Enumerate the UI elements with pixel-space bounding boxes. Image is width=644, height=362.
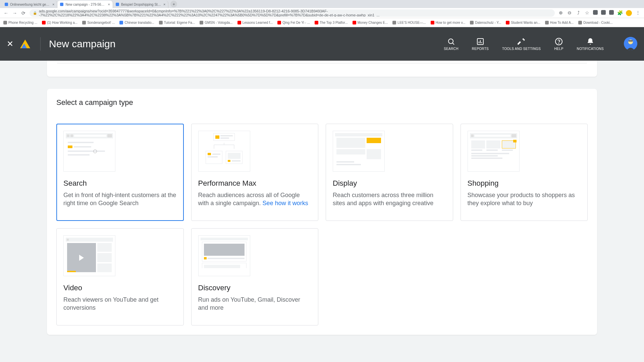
zoom-icon[interactable]: ⊖ [567, 10, 572, 16]
see-how-link[interactable]: See how it works [263, 200, 308, 206]
share-icon[interactable]: ⤴ [576, 10, 581, 16]
bookmark-icon [277, 21, 281, 24]
star-icon[interactable]: ☆ [584, 10, 590, 16]
bookmark-item[interactable]: Datenschutz - Y... [470, 21, 501, 24]
bookmark-item[interactable]: GMSN - Vologda... [200, 21, 232, 24]
bookmark-label: Lessons Learned f... [243, 21, 273, 24]
type-title: Discovery [198, 284, 312, 292]
bookmark-label: Datenschutz - Y... [475, 21, 501, 24]
illustration-video [63, 235, 115, 276]
type-video[interactable]: Video Reach viewers on YouTube and get c… [56, 228, 184, 325]
type-desc: Reach customers across three million sit… [333, 191, 446, 207]
bookmark-item[interactable]: LEE'S HOUSE—... [392, 21, 426, 24]
close-icon[interactable]: × [52, 2, 54, 6]
bookmark-label: Chinese translatio... [124, 21, 154, 24]
extension-icon[interactable] [609, 10, 614, 15]
bookmark-label: Tutorial: Eigene Fa... [164, 21, 195, 24]
profile-avatar[interactable] [624, 37, 637, 50]
bookmark-item[interactable]: How to get more v... [431, 21, 466, 24]
type-desc: Showcase your products to shoppers as th… [468, 191, 581, 207]
browser-chrome: Onlinewerbung leicht gemach × New campai… [0, 0, 644, 27]
bookmark-icon [431, 21, 434, 24]
translate-icon[interactable]: ⊕ [558, 10, 564, 16]
bookmark-label: How to get more v... [436, 21, 466, 24]
extension-icon[interactable] [601, 10, 606, 15]
bookmark-item[interactable]: Chinese translatio... [119, 21, 154, 24]
type-performance-max[interactable]: Performance Max Reach audiences across a… [191, 124, 319, 221]
reload-icon[interactable]: ⟳ [21, 10, 26, 16]
bookmark-icon [159, 21, 163, 24]
back-icon[interactable]: ← [3, 10, 9, 16]
divider [40, 37, 41, 51]
type-display[interactable]: Display Reach customers across three mil… [326, 124, 453, 221]
type-discovery[interactable]: Discovery Run ads on YouTube, Gmail, Dis… [191, 228, 319, 325]
action-label: NOTIFICATIONS [577, 47, 604, 51]
search-icon [447, 37, 455, 46]
type-title: Shopping [468, 179, 581, 188]
favicon [60, 3, 63, 6]
bookmark-item[interactable]: (1) How Working a... [42, 21, 77, 24]
search-action[interactable]: SEARCH [444, 37, 458, 51]
extension-icon[interactable] [593, 10, 598, 15]
reports-action[interactable]: REPORTS [472, 37, 489, 51]
bookmark-label: Qing Fei De Yi - ... [282, 21, 310, 24]
bookmark-icon [506, 21, 509, 24]
bookmark-icon [545, 21, 549, 24]
action-label: TOOLS AND SETTINGS [502, 47, 541, 51]
header-actions: SEARCH REPORTS TOOLS AND SETTINGS HELP N… [444, 37, 637, 51]
bookmark-item[interactable]: Sonderangebot! ... [82, 21, 115, 24]
illustration-search [63, 131, 115, 172]
bookmark-label: Money Changes E... [358, 21, 388, 24]
action-label: SEARCH [444, 47, 458, 51]
bookmark-item[interactable]: Money Changes E... [353, 21, 388, 24]
app-header: ✕ New campaign SEARCH REPORTS TOOLS AND … [0, 27, 644, 61]
bookmark-icon [200, 21, 203, 24]
type-title: Performance Max [198, 179, 312, 188]
tools-icon [518, 37, 526, 46]
bookmark-icon [315, 21, 318, 24]
forward-icon[interactable]: → [12, 10, 17, 16]
bookmark-item[interactable]: Tutorial: Eigene Fa... [159, 21, 195, 24]
notifications-action[interactable]: NOTIFICATIONS [577, 37, 604, 51]
svg-rect-4 [481, 42, 482, 43]
menu-icon[interactable]: ⋮ [635, 10, 641, 16]
url-input[interactable]: 🔒 ads.google.com/aw/campaigns/new?ocid=3… [30, 9, 555, 17]
bookmark-item[interactable]: Phone Recycling ... [3, 21, 37, 24]
close-button[interactable]: ✕ [7, 39, 20, 49]
google-ads-logo [20, 39, 30, 49]
svg-point-5 [522, 40, 524, 41]
browser-tab-active[interactable]: New campaign - 279-560-18 × [57, 1, 113, 8]
bookmark-item[interactable]: Lessons Learned f... [237, 21, 273, 24]
bookmark-icon [3, 21, 7, 24]
bookmark-label: GMSN - Vologda... [205, 21, 232, 24]
bookmark-label: The Top 3 Platfor... [320, 21, 348, 24]
profile-avatar-small[interactable] [626, 10, 632, 16]
svg-point-7 [558, 43, 559, 44]
bookmark-item[interactable]: Qing Fei De Yi - ... [277, 21, 310, 24]
close-icon[interactable]: × [108, 2, 110, 6]
favicon [116, 3, 119, 6]
new-tab-button[interactable]: + [170, 1, 177, 7]
help-action[interactable]: HELP [554, 37, 563, 51]
type-shopping[interactable]: Shopping Showcase your products to shopp… [461, 124, 588, 221]
bookmark-item[interactable]: How To Add A... [545, 21, 574, 24]
viewport[interactable]: Select a campaign type Search [0, 61, 644, 362]
browser-tab[interactable]: Beispiel Dropshipping Store × [113, 1, 168, 8]
type-search[interactable]: Search Get in front of high-intent custo… [56, 124, 184, 221]
browser-tab[interactable]: Onlinewerbung leicht gemach × [2, 1, 57, 8]
bookmark-item[interactable]: Student Wants an... [506, 21, 540, 24]
illustration-display [333, 131, 385, 172]
type-desc: Get in front of high-intent customers at… [63, 191, 177, 207]
extensions-menu-icon[interactable]: 🧩 [617, 10, 623, 16]
action-label: HELP [554, 47, 563, 51]
type-desc: Reach viewers on YouTube and get convers… [63, 296, 177, 312]
bookmark-item[interactable]: Download - Cooki... [578, 21, 612, 24]
campaign-type-card: Select a campaign type Search [47, 89, 597, 335]
bookmark-icon [42, 21, 46, 24]
bookmark-item[interactable]: The Top 3 Platfor... [315, 21, 348, 24]
tools-action[interactable]: TOOLS AND SETTINGS [502, 37, 541, 51]
url-text: ads.google.com/aw/campaigns/new?ocid=359… [39, 9, 551, 17]
close-icon[interactable]: × [163, 2, 165, 6]
page-title: New campaign [49, 38, 444, 50]
bookmark-label: LEE'S HOUSE—... [397, 21, 426, 24]
